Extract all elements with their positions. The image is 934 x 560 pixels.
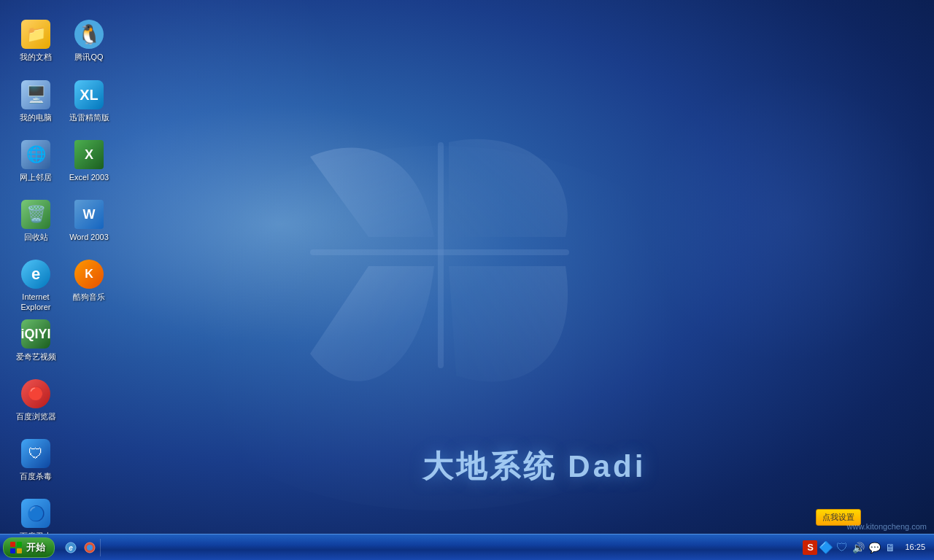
taskbar-browser-icon[interactable]	[81, 539, 99, 556]
taskbar-right: S 🔷 🛡 🔊 💬 🖥 16:25	[803, 540, 934, 555]
icon-baidu-browser[interactable]: 🔴 百度浏览器	[7, 373, 65, 427]
icon-word[interactable]: W Word 2003	[60, 194, 118, 248]
start-label: 开始	[26, 541, 45, 554]
tray-icon-s[interactable]: S	[803, 540, 817, 555]
start-button[interactable]: 开始	[3, 537, 55, 558]
icon-my-computer[interactable]: 🖥️ 我的电脑	[7, 74, 65, 128]
svg-rect-5	[17, 548, 22, 553]
tray-icon-shield2[interactable]: 🛡	[835, 540, 849, 555]
word-icon: W	[74, 200, 104, 229]
icon-baidu-av[interactable]: 🛡 百度杀毒	[7, 433, 65, 487]
computer-icon: 🖥️	[21, 80, 50, 109]
icon-my-docs[interactable]: 📁 我的文档	[7, 14, 65, 68]
icon-thunder[interactable]: XL 迅雷精简版	[60, 74, 118, 128]
svg-rect-2	[10, 542, 15, 547]
icon-ie[interactable]: e InternetExplorer	[7, 254, 65, 319]
icon-kugou[interactable]: K 酷狗音乐	[60, 254, 118, 308]
baidu-browser-icon: 🔴	[21, 379, 50, 408]
baidu-av-label: 百度杀毒	[20, 471, 52, 481]
computer-label: 我的电脑	[20, 112, 52, 122]
svg-rect-1	[310, 249, 569, 255]
desktop-icons-area: 📁 我的文档 🐧 腾讯QQ 🖥️ 我的电脑 XL 迅雷精简版 🌐 网上邻居 X …	[0, 7, 131, 532]
kugou-label: 酷狗音乐	[73, 292, 105, 302]
network-icon: 🌐	[21, 140, 50, 169]
site-watermark: www.kitongcheng.com	[847, 522, 927, 531]
ie-label: InternetExplorer	[21, 292, 51, 313]
icon-excel[interactable]: X Excel 2003	[60, 134, 118, 188]
thunder-label: 迅雷精简版	[69, 112, 109, 122]
svg-rect-4	[10, 548, 15, 553]
qq-label: 腾讯QQ	[74, 52, 103, 62]
recycle-label: 回收站	[24, 232, 48, 242]
my-docs-label: 我的文档	[20, 52, 52, 62]
desktop: 大地系统 Dadi 📁 我的文档 🐧 腾讯QQ 🖥️ 我的电脑 XL 迅雷精简版…	[0, 0, 934, 560]
thunder-icon: XL	[74, 80, 104, 109]
start-windows-icon	[9, 541, 23, 554]
qq-icon: 🐧	[74, 20, 104, 49]
svg-text:e: e	[69, 544, 73, 552]
notification-area: S 🔷 🛡 🔊 💬 🖥	[803, 540, 898, 555]
ie-icon: e	[21, 260, 50, 289]
tray-icon-volume[interactable]: 🔊	[851, 540, 865, 555]
network-label: 网上邻居	[20, 172, 52, 182]
taskbar-separator	[100, 539, 101, 556]
taskbar-ie-icon[interactable]: e	[62, 539, 80, 556]
watermark-text: 大地系统 Dadi	[422, 446, 647, 487]
word-label: Word 2003	[69, 232, 109, 242]
icon-qq[interactable]: 🐧 腾讯QQ	[60, 14, 118, 68]
iqiyi-label: 爱奇艺视频	[16, 351, 56, 362]
recycle-icon: 🗑️	[21, 200, 50, 229]
excel-icon: X	[74, 140, 104, 169]
system-clock[interactable]: 16:25	[900, 542, 930, 552]
svg-rect-3	[17, 542, 22, 547]
taskbar: 开始 e S 🔷 🛡	[0, 534, 934, 560]
iqiyi-icon: iQIYI	[21, 319, 50, 349]
icon-iqiyi[interactable]: iQIYI 爱奇艺视频	[7, 314, 65, 368]
baidu-av-icon: 🛡	[21, 439, 50, 468]
kugou-icon: K	[74, 260, 104, 289]
my-docs-icon: 📁	[21, 20, 50, 49]
tray-icon-msg[interactable]: 💬	[867, 540, 881, 555]
windows-logo	[274, 98, 602, 412]
excel-label: Excel 2003	[69, 172, 109, 182]
tray-icon-network[interactable]: 🖥	[883, 540, 898, 555]
icon-recycle[interactable]: 🗑️ 回收站	[7, 194, 65, 248]
taskbar-quick-launch: e	[62, 539, 99, 556]
baidu-guard-icon: 🔵	[21, 499, 50, 528]
tray-icon-shield1[interactable]: 🔷	[819, 540, 833, 555]
icon-network[interactable]: 🌐 网上邻居	[7, 134, 65, 188]
baidu-browser-label: 百度浏览器	[16, 411, 56, 421]
svg-point-9	[87, 545, 93, 551]
